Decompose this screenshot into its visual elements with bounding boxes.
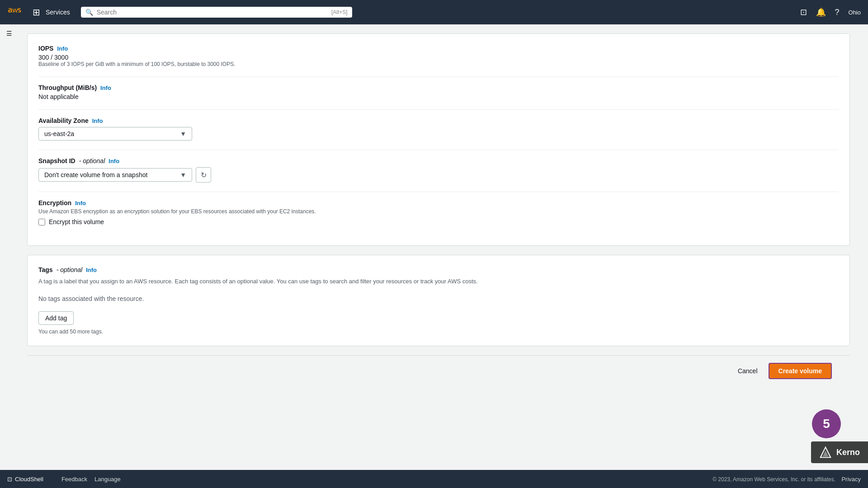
no-tags-message: No tags associated with the resource. xyxy=(38,295,839,302)
az-label-text: Availability Zone xyxy=(38,117,89,124)
divider-1 xyxy=(38,76,839,77)
throughput-label: Throughput (MiB/s) Info xyxy=(38,84,839,91)
iops-label-text: IOPS xyxy=(38,45,53,52)
iops-label: IOPS Info xyxy=(38,45,839,52)
encryption-info-link[interactable]: Info xyxy=(75,200,86,206)
footer-links: Feedback Language xyxy=(61,476,121,483)
encrypt-checkbox-label[interactable]: Encrypt this volume xyxy=(49,218,104,225)
divider-4 xyxy=(38,192,839,192)
encryption-label: Encryption Info xyxy=(38,199,839,206)
snapshot-select-wrapper: Don't create volume from a snapshot ▼ ↻ xyxy=(38,167,839,183)
snapshot-select[interactable]: Don't create volume from a snapshot ▼ xyxy=(38,168,192,182)
hamburger-icon: ☰ xyxy=(6,30,12,37)
throughput-info-link[interactable]: Info xyxy=(100,84,111,91)
cloudshell-footer-icon: ⊡ xyxy=(7,476,12,483)
snapshot-refresh-button[interactable]: ↻ xyxy=(196,167,211,183)
snapshot-label-text: Snapshot ID xyxy=(38,157,75,164)
iops-section: IOPS Info 300 / 3000 Baseline of 3 IOPS … xyxy=(38,45,839,67)
content-area: IOPS Info 300 / 3000 Baseline of 3 IOPS … xyxy=(0,24,868,470)
availability-zone-section: Availability Zone Info us-east-2a ▼ xyxy=(38,117,839,141)
snapshot-chevron-icon: ▼ xyxy=(180,171,186,178)
grid-menu-icon[interactable]: ⊞ xyxy=(33,7,40,18)
encryption-label-text: Encryption xyxy=(38,199,71,206)
page-footer: ⊡ CloudShell Feedback Language © 2023, A… xyxy=(0,470,868,488)
iops-hint: Baseline of 3 IOPS per GiB with a minimu… xyxy=(38,61,839,67)
action-bar: Cancel Create volume xyxy=(27,355,850,386)
search-shortcut: [Alt+S] xyxy=(331,9,348,15)
encryption-section: Encryption Info Use Amazon EBS encryptio… xyxy=(38,199,839,225)
throughput-value: Not applicable xyxy=(38,93,839,100)
copyright-text: © 2023, Amazon Web Services, Inc. or its… xyxy=(712,476,835,483)
tags-label-text: Tags xyxy=(38,266,53,273)
tags-footer-hint: You can add 50 more tags. xyxy=(38,328,839,335)
privacy-link[interactable]: Privacy xyxy=(841,476,861,483)
divider-2 xyxy=(38,109,839,110)
services-link[interactable]: Services xyxy=(46,9,70,16)
cancel-button[interactable]: Cancel xyxy=(732,365,763,377)
iops-value: 300 / 3000 xyxy=(38,54,839,61)
help-icon[interactable]: ? xyxy=(835,8,840,17)
language-link[interactable]: Language xyxy=(94,476,121,483)
snapshot-selected-value: Don't create volume from a snapshot xyxy=(44,171,147,178)
kerno-logo-icon xyxy=(819,446,832,459)
az-select[interactable]: us-east-2a ▼ xyxy=(38,127,192,141)
cloudshell-icon[interactable]: ⊡ xyxy=(800,7,807,17)
region-selector[interactable]: Ohio xyxy=(849,9,861,16)
add-tag-button[interactable]: Add tag xyxy=(38,311,74,325)
tags-label: Tags - optional Info xyxy=(38,266,839,273)
search-bar[interactable]: 🔍 [Alt+S] xyxy=(81,7,352,18)
snapshot-id-section: Snapshot ID - optional Info Don't create… xyxy=(38,157,839,183)
footer-copyright: © 2023, Amazon Web Services, Inc. or its… xyxy=(712,476,861,483)
az-chevron-icon: ▼ xyxy=(180,130,186,137)
refresh-icon: ↻ xyxy=(201,171,207,179)
kerno-label: Kerno xyxy=(836,448,860,457)
tags-info-link[interactable]: Info xyxy=(86,267,97,273)
aws-logo[interactable] xyxy=(7,4,24,20)
iops-info-link[interactable]: Info xyxy=(57,45,68,52)
encryption-description: Use Amazon EBS encryption as an encrypti… xyxy=(38,208,839,215)
volume-config-card: IOPS Info 300 / 3000 Baseline of 3 IOPS … xyxy=(27,33,850,246)
kerno-watermark: Kerno xyxy=(811,441,868,463)
encrypt-checkbox[interactable] xyxy=(38,219,45,225)
nav-right: ⊡ 🔔 ? Ohio xyxy=(800,7,861,17)
create-volume-button[interactable]: Create volume xyxy=(769,363,832,379)
snapshot-info-link[interactable]: Info xyxy=(108,158,119,164)
az-select-wrapper: us-east-2a ▼ xyxy=(38,127,839,141)
main-wrapper: IOPS Info 300 / 3000 Baseline of 3 IOPS … xyxy=(0,24,868,470)
az-info-link[interactable]: Info xyxy=(92,117,103,124)
throughput-section: Throughput (MiB/s) Info Not applicable xyxy=(38,84,839,100)
az-label: Availability Zone Info xyxy=(38,117,839,124)
tags-description: A tag is a label that you assign to an A… xyxy=(38,277,839,286)
tags-card: Tags - optional Info A tag is a label th… xyxy=(27,255,850,346)
search-input[interactable] xyxy=(97,9,328,16)
bell-icon[interactable]: 🔔 xyxy=(816,7,826,17)
cloudshell-footer-label: CloudShell xyxy=(15,476,43,483)
cloudshell-footer[interactable]: ⊡ CloudShell xyxy=(7,476,43,483)
throughput-label-text: Throughput (MiB/s) xyxy=(38,84,97,91)
feedback-link[interactable]: Feedback xyxy=(61,476,87,483)
tags-optional-text: - optional xyxy=(57,266,83,273)
step-badge: 5 xyxy=(812,409,841,438)
snapshot-label: Snapshot ID - optional Info xyxy=(38,157,839,164)
az-selected-value: us-east-2a xyxy=(44,130,74,137)
divider-3 xyxy=(38,150,839,150)
encrypt-checkbox-row: Encrypt this volume xyxy=(38,218,839,225)
sidebar-toggle[interactable]: ☰ xyxy=(0,24,18,42)
snapshot-optional-text: - optional xyxy=(79,157,105,164)
search-icon: 🔍 xyxy=(85,9,93,16)
top-navigation: ⊞ Services 🔍 [Alt+S] ⊡ 🔔 ? Ohio xyxy=(0,0,868,24)
